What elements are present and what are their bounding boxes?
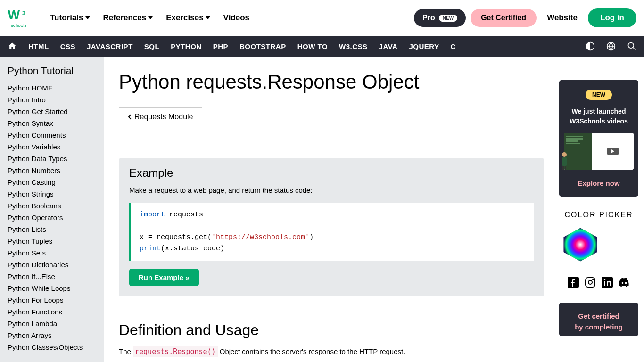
sidebar-link[interactable]: Python Data Types [8, 153, 104, 165]
promo-video[interactable] [564, 133, 634, 170]
sidebar-link[interactable]: Python Comments [8, 129, 104, 141]
run-example-button[interactable]: Run Example » [129, 269, 199, 286]
example-box: Example Make a request to a web page, an… [119, 158, 544, 296]
sidebar-link[interactable]: Python Intro [8, 94, 104, 106]
svg-point-5 [628, 43, 634, 49]
explore-link[interactable]: Explore now [578, 179, 619, 187]
sidebar-link[interactable]: Python Get Started [8, 106, 104, 117]
promo-new-badge: NEW [586, 90, 612, 100]
svg-rect-8 [562, 166, 564, 170]
nav-w3css[interactable]: W3.CSS [339, 42, 368, 50]
code-keyword: import [140, 211, 165, 219]
code-block: import requests x = requests.get('https:… [129, 203, 534, 261]
avatar-icon [559, 151, 570, 170]
sidebar-link[interactable]: Python Booleans [8, 200, 104, 212]
caret-down-icon [206, 16, 210, 19]
cert-box[interactable]: Get certifiedby completing [559, 303, 638, 336]
nav-tutorials[interactable]: Tutorials [50, 13, 90, 23]
svg-point-14 [593, 279, 594, 280]
sidebar-link[interactable]: Python If...Else [8, 271, 104, 282]
svg-point-13 [588, 280, 592, 284]
sidebar-link[interactable]: Python Arrays [8, 329, 104, 341]
nav-bootstrap[interactable]: BOOTSTRAP [239, 42, 286, 50]
globe-icon[interactable] [606, 41, 616, 51]
sidebar-link[interactable]: Python Sets [8, 247, 104, 259]
secondnav-right [586, 41, 636, 51]
social-icons [559, 276, 638, 288]
topnav-left: Tutorials References Exercises Videos [50, 13, 249, 23]
code-string: 'https://w3schools.com' [212, 233, 309, 241]
page-title: Python requests.Response Object [119, 71, 544, 93]
sidebar-link[interactable]: Python Numbers [8, 165, 104, 176]
svg-rect-9 [565, 166, 566, 170]
login-button[interactable]: Log in [588, 8, 636, 27]
nav-css[interactable]: CSS [60, 42, 75, 50]
divider [119, 312, 544, 312]
def-code: requests.Response() [133, 346, 218, 357]
sidebar-link[interactable]: Python HOME [8, 82, 104, 94]
sidebar-link[interactable]: Python Tuples [8, 235, 104, 247]
definition-text: The requests.Response() Object contains … [119, 346, 544, 357]
sidebar-link[interactable]: Python For Loops [8, 294, 104, 306]
chevron-left-icon [128, 114, 132, 120]
sidebar-link[interactable]: Python Operators [8, 212, 104, 223]
svg-point-6 [562, 152, 567, 157]
breadcrumb-button[interactable]: Requests Module [119, 107, 202, 126]
search-icon[interactable] [627, 41, 636, 51]
nav-videos[interactable]: Videos [223, 13, 249, 23]
certified-button[interactable]: Get Certified [471, 9, 537, 27]
colorpicker-icon[interactable] [559, 226, 602, 263]
sidebar-link[interactable]: Python Dictionaries [8, 259, 104, 271]
promo-text: We just launchedW3Schools videos [564, 107, 634, 126]
new-badge: NEW [439, 15, 457, 22]
logo[interactable]: W3schools [8, 6, 36, 30]
home-icon[interactable] [8, 41, 17, 51]
nav-references[interactable]: References [103, 13, 153, 23]
linkedin-icon[interactable] [601, 276, 613, 288]
right-panel: NEW We just launchedW3Schools videos Exp… [553, 57, 644, 362]
sidebar-link[interactable]: Python Lambda [8, 318, 104, 329]
nav-howto[interactable]: HOW TO [297, 42, 328, 50]
code-text: x = requests.get( [140, 233, 212, 241]
play-icon [607, 148, 619, 155]
darkmode-icon[interactable] [586, 41, 595, 51]
svg-point-17 [604, 279, 606, 280]
website-link[interactable]: Website [541, 13, 583, 23]
caret-down-icon [85, 16, 90, 19]
sidebar-link[interactable]: Python Classes/Objects [8, 341, 104, 353]
instagram-icon[interactable] [584, 276, 596, 288]
sidebar-link[interactable]: Python Casting [8, 176, 104, 188]
top-nav: W3schools Tutorials References Exercises… [0, 0, 644, 36]
svg-rect-16 [604, 281, 605, 286]
facebook-icon[interactable] [567, 276, 579, 288]
nav-jquery[interactable]: JQUERY [409, 42, 439, 50]
nav-javascript[interactable]: JAVASCRIPT [87, 42, 133, 50]
sidebar-link[interactable]: Python Variables [8, 141, 104, 153]
nav-sql[interactable]: SQL [144, 42, 159, 50]
sidebar-link[interactable]: Python Lists [8, 223, 104, 235]
discord-icon[interactable] [618, 276, 630, 288]
nav-python[interactable]: PYTHON [171, 42, 202, 50]
caret-down-icon [148, 16, 153, 19]
svg-text:schools: schools [11, 23, 27, 28]
nav-exercises[interactable]: Exercises [166, 13, 210, 23]
nav-php[interactable]: PHP [213, 42, 228, 50]
nav-c[interactable]: C [451, 42, 456, 50]
sidebar-link[interactable]: Python Syntax [8, 117, 104, 129]
sidebar-link[interactable]: Python While Loops [8, 282, 104, 294]
divider [119, 148, 544, 148]
example-heading: Example [129, 166, 534, 180]
definition-heading: Definition and Usage [119, 321, 544, 339]
def-post: Object contains the server's response to… [218, 347, 405, 355]
nav-java[interactable]: JAVA [379, 42, 398, 50]
code-text: (x.status_code) [161, 245, 224, 253]
sidebar-link[interactable]: Python Functions [8, 306, 104, 318]
svg-text:W: W [8, 8, 20, 22]
colorpicker-title: COLOR PICKER [559, 211, 638, 219]
sidebar-link[interactable]: Python Strings [8, 188, 104, 200]
svg-rect-7 [562, 157, 567, 166]
svg-marker-10 [563, 228, 597, 261]
nav-html[interactable]: HTML [28, 42, 49, 50]
pro-button[interactable]: ProNEW [414, 9, 466, 27]
promo-box: NEW We just launchedW3Schools videos Exp… [559, 80, 638, 197]
